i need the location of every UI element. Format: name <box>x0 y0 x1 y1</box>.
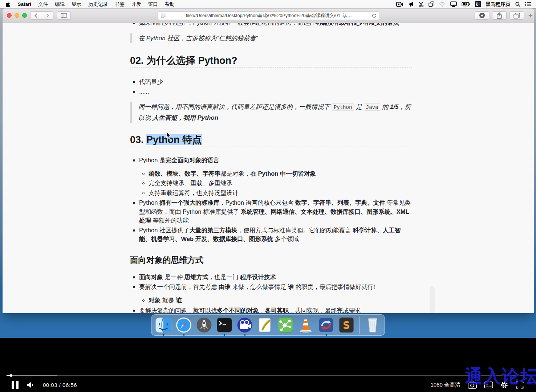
bullet-marker <box>133 91 135 93</box>
web-page: 如果面临多种选择，Python 开发者一般会拒绝花俏的语法，而选择明确没有或者很… <box>3 23 534 313</box>
wifi-icon[interactable] <box>439 2 446 7</box>
user-menu[interactable]: 黑马程序员 <box>486 1 511 8</box>
running-indicator <box>224 334 225 336</box>
spotlight-search-icon[interactable] <box>515 1 520 7</box>
list-item: Python 拥有一个强大的标准库，Python 语言的核心只包含 数字、字符串… <box>127 198 412 225</box>
bullet-marker <box>142 173 145 175</box>
running-indicator <box>163 334 164 336</box>
quality-selector[interactable]: 1080 全高清 <box>430 381 460 388</box>
list-item: 完全支持继承、重载、多重继承 <box>127 179 412 188</box>
new-tab-button[interactable]: + <box>526 11 534 20</box>
list-item: 如果面临多种选择，Python 开发者一般会拒绝花俏的语法，而选择明确没有或者很… <box>127 23 412 27</box>
running-indicator <box>183 334 184 336</box>
dock-finder-icon[interactable] <box>155 317 172 334</box>
running-indicator <box>325 334 327 336</box>
window-titlebar[interactable]: file:///Users/itheima/Desktop/Python基础/0… <box>3 8 534 23</box>
dock-screen-recorder-icon[interactable] <box>236 317 253 334</box>
list-item: 支持重载运算符，也支持泛型设计 <box>127 188 412 197</box>
dock-terminal-icon[interactable] <box>216 317 233 334</box>
menu-item-file[interactable]: 文件 <box>35 1 52 7</box>
list-item: 函数、模块、数字、字符串都是对象，在 Python 中一切皆对象 <box>127 169 412 178</box>
list-item: Python 是完全面向对象的语言 <box>127 156 412 165</box>
intro-list: 如果面临多种选择，Python 开发者一般会拒绝花俏的语法，而选择明确没有或者很… <box>127 23 412 27</box>
time-display: 00:03 / 06:56 <box>43 382 77 388</box>
dock-vlc-icon[interactable] <box>297 317 314 334</box>
video-camera-icon[interactable] <box>396 2 403 7</box>
list-item: 要解决复杂的问题，就可以找多个不同的对象，各司其职，共同实现，最终完成需求 <box>127 306 412 314</box>
menu-item-help[interactable]: 帮助 <box>162 1 178 7</box>
zoom-window-button[interactable] <box>22 13 27 18</box>
list-item: 面向对象 是一种 思维方式，也是一门 程序设计技术 <box>127 273 412 282</box>
paper-plane-icon[interactable] <box>408 1 414 7</box>
menu-item-view[interactable]: 显示 <box>68 1 85 7</box>
blockquote-life-is-short: 同一样问题，用不同的语言解决，代码量差距还是很多的，一般情况下 Python 是… <box>130 102 412 123</box>
dock-trash-icon[interactable] <box>364 317 381 334</box>
video-player-controls: 00:03 / 06:56 1080 全高清 <box>0 373 536 392</box>
status-icons <box>396 1 470 7</box>
minimize-window-button[interactable] <box>15 13 19 18</box>
article: 如果面临多种选择，Python 开发者一般会拒绝花俏的语法，而选择明确没有或者很… <box>127 23 412 313</box>
list-item: 对象 就是 谁 <box>127 296 412 305</box>
selected-text: Python 特点 <box>146 134 202 145</box>
player-left-controls: 00:03 / 06:56 <box>0 381 77 389</box>
menu-item-develop[interactable]: 开发 <box>128 1 145 7</box>
dock-sync-icon[interactable] <box>318 317 335 334</box>
nav-buttons <box>30 11 53 20</box>
bullet-marker <box>133 159 135 162</box>
forward-button[interactable] <box>42 13 53 18</box>
close-window-button[interactable] <box>7 13 12 18</box>
dock-xmind-icon[interactable] <box>277 317 294 334</box>
blockquote-bdfl: 在 Python 社区，吉多被称为“仁慈的独裁者” <box>130 33 412 43</box>
share-button[interactable] <box>492 11 507 20</box>
scrollbar[interactable] <box>430 286 435 313</box>
menu-item-safari[interactable]: Safari <box>14 1 35 7</box>
sidebar-toggle-button[interactable] <box>57 11 71 20</box>
downloads-button[interactable] <box>475 11 489 20</box>
scissors-icon[interactable] <box>418 1 424 7</box>
url-text[interactable]: file:///Users/itheima/Desktop/Python基础/0… <box>166 13 372 19</box>
notification-center-icon[interactable] <box>525 2 531 7</box>
reader-icon[interactable] <box>161 13 166 18</box>
mouse-cursor <box>166 131 171 139</box>
bullet-marker <box>133 286 135 288</box>
menu-bar: Safari文件编辑显示历史记录书签开发窗口帮助 拼 黑马程序员 <box>0 0 536 8</box>
airplay-display-icon[interactable] <box>450 1 457 7</box>
list-item: 要解决一个问题前，首先考虑 由谁 来做，怎么做事情是 谁 的职责，最后把事情做好… <box>127 282 412 291</box>
player-control-row: 00:03 / 06:56 1080 全高清 <box>0 378 536 391</box>
menu-items: Safari文件编辑显示历史记录书签开发窗口帮助 <box>14 1 178 8</box>
address-bar[interactable]: file:///Users/itheima/Desktop/Python基础/0… <box>158 11 380 20</box>
pause-button[interactable] <box>12 381 19 389</box>
tab-overview-button[interactable] <box>509 11 524 20</box>
bullet-marker <box>133 310 135 312</box>
svg-text:S: S <box>343 319 350 331</box>
dock-launchpad-icon[interactable] <box>196 317 213 334</box>
input-method-icon[interactable]: 拼 <box>475 1 481 7</box>
dock-sublime-text-icon[interactable]: S <box>338 317 355 334</box>
menu-item-bookmarks[interactable]: 书签 <box>111 1 128 7</box>
bullet-marker <box>133 81 135 83</box>
menu-status-area: 拼 黑马程序员 <box>396 1 536 8</box>
menu-item-history[interactable]: 历史记录 <box>85 1 111 7</box>
menu-item-edit[interactable]: 编辑 <box>52 1 68 7</box>
heading-why-python: 02. 为什么选择 Python? <box>130 55 412 68</box>
dock-notes-icon[interactable] <box>257 317 274 334</box>
volume-icon[interactable] <box>27 381 35 388</box>
reload-icon[interactable] <box>372 13 377 18</box>
features-list: Python 是完全面向对象的语言函数、模块、数字、字符串都是对象，在 Pyth… <box>127 156 412 244</box>
screen-mirror-icon[interactable] <box>429 1 434 7</box>
bullet-marker <box>133 23 135 24</box>
back-button[interactable] <box>31 13 42 18</box>
running-indicator <box>244 334 245 336</box>
menu-item-window[interactable]: 窗口 <box>145 1 162 7</box>
dock: S <box>151 314 385 336</box>
seek-knob[interactable] <box>10 374 12 377</box>
traffic-lights <box>7 13 27 18</box>
intro-text: 如果面临多种选择，Python 开发者一般会拒绝花俏的语法，而选择明确没有或者很… <box>139 23 412 27</box>
bullet-marker <box>142 182 145 184</box>
safari-window: file:///Users/itheima/Desktop/Python基础/0… <box>3 8 534 313</box>
list-item: ...... <box>127 87 412 96</box>
seek-bar[interactable] <box>7 375 529 376</box>
apple-menu-icon[interactable] <box>0 1 14 7</box>
dock-safari-icon[interactable] <box>175 317 192 334</box>
battery-charging-icon[interactable] <box>462 2 470 7</box>
